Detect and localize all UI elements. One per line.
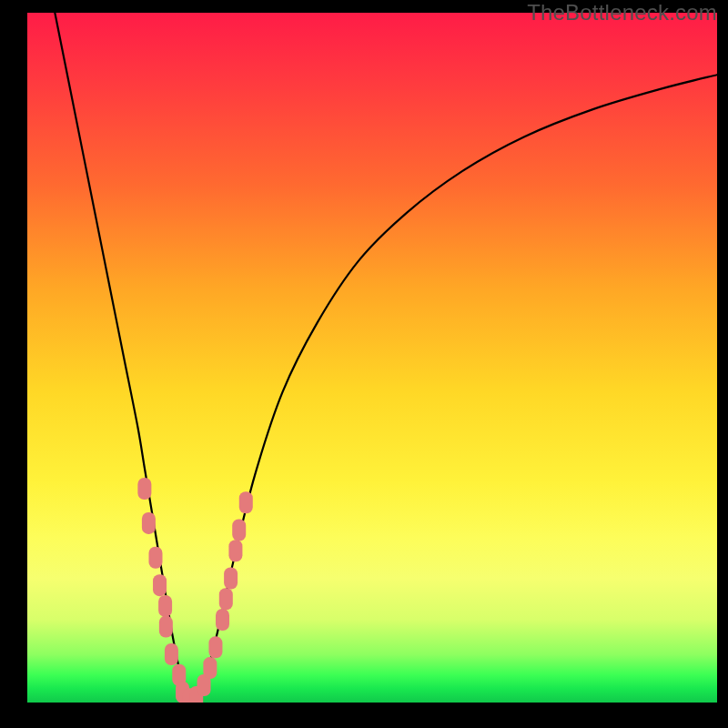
data-point-marker bbox=[216, 609, 229, 631]
data-point-marker bbox=[203, 657, 217, 679]
data-point-marker bbox=[159, 616, 173, 638]
data-point-marker bbox=[208, 636, 222, 658]
watermark-text: TheBottleneck.com bbox=[527, 0, 717, 25]
data-point-marker bbox=[239, 491, 253, 513]
chart-plot-area bbox=[27, 13, 717, 703]
data-point-marker bbox=[158, 595, 172, 617]
data-point-marker bbox=[137, 478, 151, 500]
data-point-marker bbox=[219, 588, 233, 610]
data-point-marker bbox=[142, 512, 156, 534]
data-point-marker bbox=[228, 540, 242, 561]
data-point-marker bbox=[224, 568, 238, 590]
data-point-marker bbox=[165, 643, 178, 665]
data-point-marker bbox=[148, 547, 162, 569]
data-point-marker bbox=[153, 574, 167, 596]
data-point-marker bbox=[232, 520, 246, 541]
data-point-markers bbox=[27, 13, 717, 703]
